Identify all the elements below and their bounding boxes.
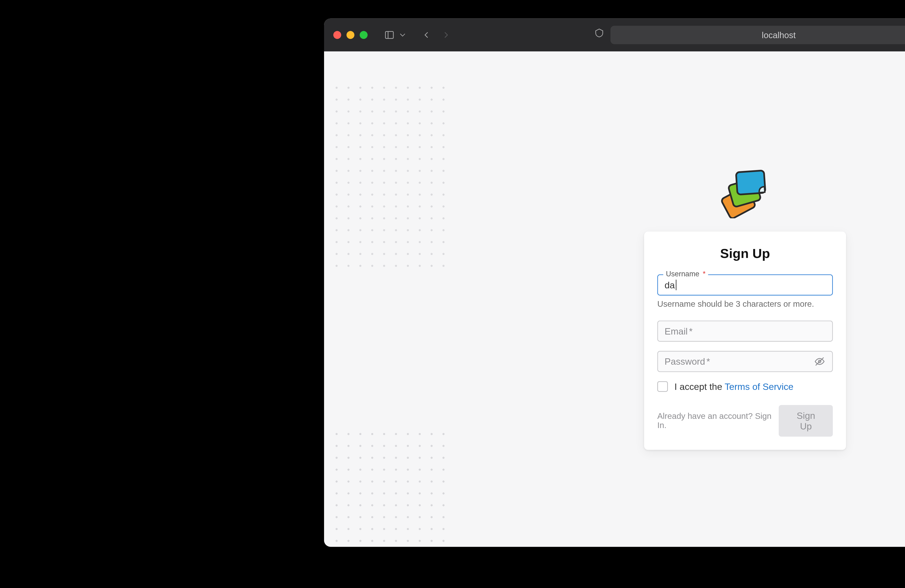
signup-card: Sign Up Username * da Username should be… [644, 231, 846, 450]
svg-rect-0 [385, 31, 393, 38]
app-logo-icon [717, 167, 773, 218]
window-controls [333, 31, 368, 39]
terms-of-service-link[interactable]: Terms of Service [724, 381, 793, 392]
username-field[interactable]: Username * da [657, 274, 833, 296]
titlebar: localhost [324, 18, 905, 51]
page-content: Sign Up Username * da Username should be… [324, 51, 905, 547]
password-field[interactable]: Password* [657, 351, 833, 372]
card-title: Sign Up [657, 246, 833, 261]
terms-prefix: I accept the [674, 381, 724, 392]
back-button[interactable] [419, 28, 433, 43]
text-caret [675, 280, 676, 290]
zoom-window-button[interactable] [360, 31, 368, 39]
forward-button[interactable] [439, 28, 453, 43]
password-placeholder: Password [664, 356, 705, 367]
sign-up-button[interactable]: Sign Up [779, 405, 833, 436]
privacy-report-icon[interactable] [592, 26, 607, 40]
browser-window: localhost [324, 18, 905, 547]
username-helper-text: Username should be 3 characters or more. [657, 300, 833, 309]
signin-prompt: Already have an account? Sign In. [657, 412, 772, 430]
minimize-window-button[interactable] [346, 31, 354, 39]
email-placeholder: Email [664, 326, 687, 336]
address-bar[interactable]: localhost [610, 26, 905, 44]
toggle-password-visibility-icon[interactable] [814, 355, 826, 367]
address-text: localhost [762, 30, 795, 40]
email-field[interactable]: Email* [657, 321, 833, 342]
sidebar-toggle-icon[interactable] [382, 28, 397, 43]
terms-row: I accept the Terms of Service [657, 381, 833, 392]
username-value: da [664, 280, 675, 290]
chevron-down-icon[interactable] [398, 28, 407, 43]
terms-checkbox[interactable] [657, 381, 668, 392]
close-window-button[interactable] [333, 31, 341, 39]
username-label: Username * [663, 270, 708, 278]
